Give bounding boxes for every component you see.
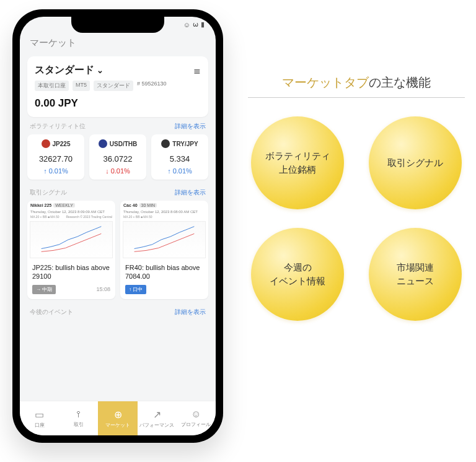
feature-circle: 今週のイベント情報 bbox=[251, 228, 344, 321]
events-label: 今後のイベント bbox=[30, 308, 73, 316]
price: 36.0722 bbox=[93, 154, 143, 163]
nav-label: 口座 bbox=[35, 422, 45, 429]
flag-icon bbox=[99, 139, 107, 148]
feature-circle: 市場関連ニュース bbox=[369, 228, 462, 321]
bottom-nav: ▭ 口座 ⫯ 取引 ⊕ マーケット ↗ パフォーマンス ☺ プロフィール bbox=[20, 401, 216, 435]
signal-badge: → 中期 bbox=[32, 285, 56, 294]
events-detail-link[interactable]: 詳細を表示 bbox=[175, 308, 206, 316]
volatility-card[interactable]: JP225 32627.70 ↑ 0.01% bbox=[27, 134, 84, 180]
nav-マーケット[interactable]: ⊕ マーケット bbox=[98, 401, 137, 435]
signal-card[interactable]: Nikkei 225WEEKLY Thursday, October 12, 2… bbox=[27, 201, 115, 299]
chart-icon bbox=[30, 221, 113, 258]
change: ↑ 0.01% bbox=[155, 167, 205, 175]
volatility-card[interactable]: USD/THB 36.0722 ↓ 0.01% bbox=[89, 134, 146, 180]
info-panel: マーケットタブの主な機能 ボラティリティ上位銘柄取引シグナル今週のイベント情報市… bbox=[248, 74, 465, 321]
nav-icon: ↗ bbox=[153, 409, 161, 421]
account-card: スタンダード ≣ 本取引口座 MT5 スタンダード # 59526130 0.0… bbox=[27, 56, 208, 117]
nav-label: 取引 bbox=[74, 421, 84, 428]
wifi-icon: ⍵ bbox=[193, 20, 198, 28]
nav-label: パフォーマンス bbox=[139, 422, 174, 429]
symbol: JP225 bbox=[53, 141, 71, 147]
symbol: USD/THB bbox=[110, 141, 137, 147]
tag: 本取引口座 bbox=[35, 81, 69, 91]
signals-label: 取引シグナル bbox=[30, 188, 67, 197]
signal-date: Thursday, October 12, 2023 8:09:09 AM CE… bbox=[27, 210, 115, 214]
signal-time: 15:08 bbox=[96, 286, 110, 292]
signal-name: Cac 40 bbox=[123, 203, 138, 207]
signal-title: JP225: bullish bias above 29100 bbox=[27, 259, 115, 282]
symbol: TRY/JPY bbox=[172, 141, 198, 147]
nav-label: プロフィール bbox=[181, 421, 211, 428]
signals-row: Nikkei 225WEEKLY Thursday, October 12, 2… bbox=[20, 197, 216, 303]
battery-icon: ▮ bbox=[201, 20, 205, 28]
tag: MT5 bbox=[73, 81, 90, 91]
info-title: マーケットタブの主な機能 bbox=[248, 74, 465, 91]
volatility-label: ボラティリティト位 bbox=[30, 122, 86, 131]
flag-icon bbox=[161, 139, 170, 148]
volatility-row: JP225 32627.70 ↑ 0.01% USD/THB 36.0722 ↓… bbox=[20, 131, 216, 183]
change: ↑ 0.01% bbox=[31, 167, 81, 175]
volatility-card[interactable]: TRY/JPY 5.334 ↑ 0.01% bbox=[151, 134, 208, 180]
account-selector[interactable]: スタンダード bbox=[35, 64, 104, 77]
nav-icon: ⫯ bbox=[76, 409, 81, 420]
info-title-rest: の主な機能 bbox=[369, 76, 431, 89]
nav-icon: ⊕ bbox=[114, 409, 122, 421]
feature-circle: 取引シグナル bbox=[369, 116, 462, 209]
account-tags: 本取引口座 MT5 スタンダード # 59526130 bbox=[35, 81, 201, 91]
phone-frame: ☺ ⍵ ▮ マーケット スタンダード ≣ 本取引口座 MT5 スタンダード # … bbox=[12, 9, 223, 443]
price: 5.334 bbox=[155, 154, 205, 163]
account-number: # 59526130 bbox=[137, 81, 167, 91]
nav-パフォーマンス[interactable]: ↗ パフォーマンス bbox=[138, 401, 177, 435]
status-icon: ☺ bbox=[183, 21, 190, 28]
signal-meta-left: MA 20 + BB ■ MA 50 bbox=[30, 215, 60, 219]
signal-card[interactable]: Cac 4030 MIN Thursday, October 12, 2023 … bbox=[120, 201, 208, 299]
signal-date: Thursday, October 12, 2023 8:08:00 AM CE… bbox=[120, 210, 208, 214]
nav-口座[interactable]: ▭ 口座 bbox=[20, 401, 59, 435]
list-icon[interactable]: ≣ bbox=[193, 66, 201, 76]
volatility-detail-link[interactable]: 詳細を表示 bbox=[175, 122, 206, 131]
phone-screen: ☺ ⍵ ▮ マーケット スタンダード ≣ 本取引口座 MT5 スタンダード # … bbox=[20, 17, 216, 435]
nav-icon: ▭ bbox=[35, 409, 44, 421]
signal-badge: ↑ 日中 bbox=[125, 285, 146, 294]
balance: 0.00 JPY bbox=[35, 97, 201, 110]
signals-detail-link[interactable]: 詳細を表示 bbox=[175, 188, 206, 197]
divider bbox=[248, 97, 465, 98]
tag: スタンダード bbox=[94, 81, 133, 91]
signal-name: Nikkei 225 bbox=[30, 203, 51, 207]
signal-title: FR40: bullish bias above 7084.00 bbox=[120, 259, 208, 282]
signal-timeframe: 30 MIN bbox=[139, 203, 157, 207]
signal-timeframe: WEEKLY bbox=[53, 203, 75, 207]
flag-icon bbox=[42, 139, 50, 148]
feature-circles: ボラティリティ上位銘柄取引シグナル今週のイベント情報市場関連ニュース bbox=[248, 116, 465, 321]
signal-meta-right: Research © 2023 Trading Central bbox=[66, 215, 112, 219]
nav-取引[interactable]: ⫯ 取引 bbox=[59, 401, 98, 435]
change: ↓ 0.01% bbox=[93, 167, 143, 175]
notch bbox=[71, 17, 164, 33]
price: 32627.70 bbox=[31, 154, 81, 163]
signal-meta-left: MA 20 + BB ■ MA 50 bbox=[123, 215, 152, 219]
feature-circle: ボラティリティ上位銘柄 bbox=[251, 116, 344, 209]
info-title-gold: マーケットタブ bbox=[282, 76, 369, 89]
nav-プロフィール[interactable]: ☺ プロフィール bbox=[177, 401, 216, 435]
nav-label: マーケット bbox=[105, 422, 130, 429]
chart-icon bbox=[123, 221, 206, 258]
nav-icon: ☺ bbox=[191, 409, 201, 420]
